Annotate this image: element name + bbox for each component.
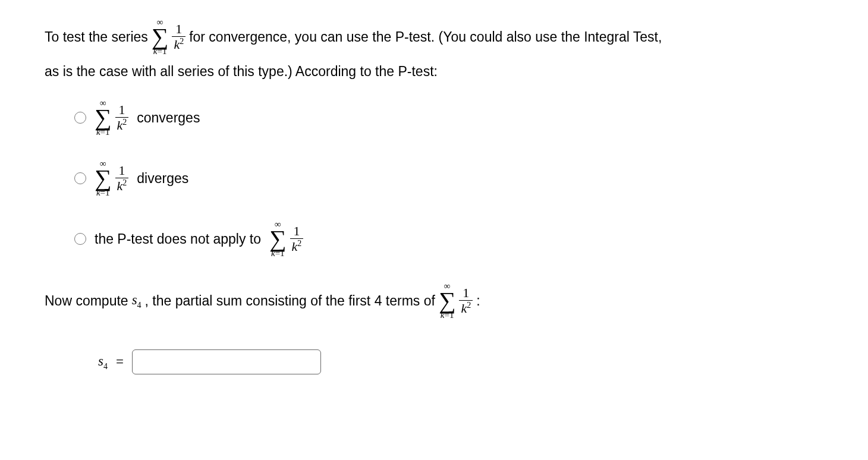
intro-text-1: To test the series xyxy=(45,27,148,46)
answer-label: s4 xyxy=(98,352,108,372)
series-expression: ∞ ∑ k=1 1 k2 xyxy=(95,99,128,137)
sigma-icon: ∞ ∑ k=1 xyxy=(439,282,456,320)
sigma-icon: ∞ ∑ k=1 xyxy=(95,159,112,197)
radio-icon[interactable] xyxy=(74,172,86,184)
answer-row: s4 = xyxy=(98,349,823,374)
partial-prefix: Now compute xyxy=(45,291,128,310)
partial-sum-prompt: Now compute s4 , the partial sum consist… xyxy=(45,282,823,320)
s4-input[interactable] xyxy=(132,349,321,374)
s4-var: s4 xyxy=(132,291,141,311)
fraction: 1 k2 xyxy=(459,286,473,315)
option-diverges[interactable]: ∞ ∑ k=1 1 k2 diverges xyxy=(74,159,823,197)
radio-icon[interactable] xyxy=(74,112,86,124)
partial-colon: : xyxy=(476,291,480,310)
intro-text-2: for convergence, you can use the P-test.… xyxy=(189,27,662,46)
fraction: 1 k2 xyxy=(172,23,185,51)
option-label: converges xyxy=(137,108,200,127)
radio-icon[interactable] xyxy=(74,233,86,245)
series-expression: ∞ ∑ k=1 1 k2 xyxy=(439,282,473,320)
option-label: the P-test does not apply to xyxy=(95,229,261,248)
fraction: 1 k2 xyxy=(290,225,304,253)
fraction: 1 k2 xyxy=(115,103,129,132)
option-not-apply[interactable]: the P-test does not apply to ∞ ∑ k=1 1 k… xyxy=(74,220,823,258)
option-label: diverges xyxy=(137,169,188,188)
sigma-icon: ∞ ∑ k=1 xyxy=(269,220,287,258)
intro-line-1: To test the series ∞ ∑ k=1 1 k2 for conv… xyxy=(45,18,823,56)
option-converges[interactable]: ∞ ∑ k=1 1 k2 converges xyxy=(74,99,823,137)
intro-text-3: as is the case with all series of this t… xyxy=(45,62,823,81)
series-expression: ∞ ∑ k=1 1 k2 xyxy=(269,220,303,258)
series-expression: ∞ ∑ k=1 1 k2 xyxy=(95,159,128,197)
equals-sign: = xyxy=(116,352,124,371)
sigma-icon: ∞ ∑ k=1 xyxy=(95,99,112,137)
options-group: ∞ ∑ k=1 1 k2 converges ∞ ∑ k=1 1 k2 dive… xyxy=(74,99,823,258)
sigma-icon: ∞ ∑ k=1 xyxy=(152,18,169,56)
series-expression: ∞ ∑ k=1 1 k2 xyxy=(152,18,185,56)
fraction: 1 k2 xyxy=(115,164,129,193)
partial-mid: , the partial sum consisting of the firs… xyxy=(145,291,435,310)
